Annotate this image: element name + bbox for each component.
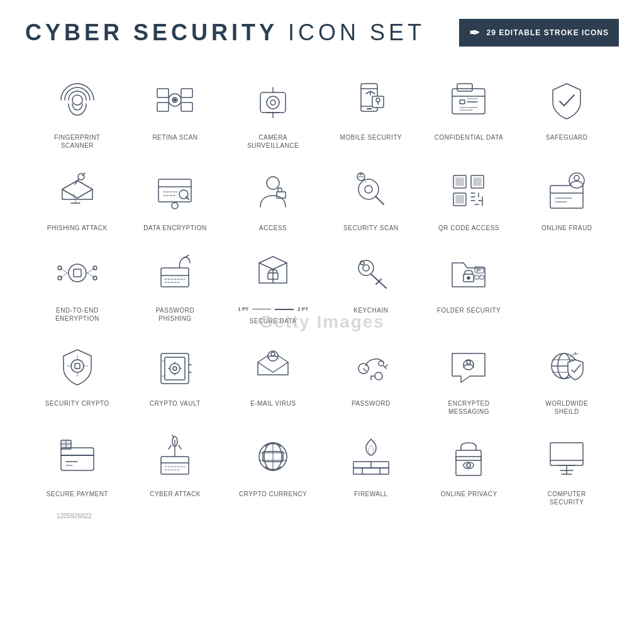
svg-rect-95 [475, 275, 479, 279]
svg-point-9 [267, 96, 279, 109]
access-icon [250, 168, 296, 213]
svg-rect-1 [157, 89, 169, 97]
svg-rect-56 [474, 178, 481, 186]
icon-label: FIREWALL [354, 490, 388, 498]
icon-box [238, 428, 308, 485]
stroke-indicator: 1 PT 2 PT [238, 306, 308, 312]
svg-rect-154 [353, 468, 389, 474]
svg-point-105 [170, 364, 180, 374]
svg-point-106 [173, 367, 177, 370]
password-icon [348, 343, 394, 389]
icon-label: KEYCHAIN [353, 306, 388, 314]
icon-item-qr-code-access: QR CODE ACCESS [423, 162, 515, 232]
icon-box [434, 338, 503, 394]
svg-point-10 [270, 100, 275, 105]
svg-rect-132 [61, 448, 94, 470]
svg-point-7 [174, 99, 176, 101]
icon-label: SECURE DATA [250, 317, 297, 325]
security-crypto-icon [55, 343, 100, 389]
icon-item-retina-scan: RETINA SCAN [130, 72, 221, 150]
icon-label: CRYPTO CURRENCY [239, 490, 307, 498]
icon-label: CYBER ATTACK [150, 490, 201, 498]
svg-rect-73 [74, 269, 81, 277]
folder-security-icon [446, 250, 491, 296]
camera-surveillance-icon [250, 77, 296, 123]
svg-point-119 [375, 372, 382, 380]
icon-label: MOBILE SECURITY [340, 133, 402, 142]
icon-label: CRYPTO VAULT [150, 399, 201, 408]
svg-rect-58 [456, 196, 464, 203]
svg-rect-158 [456, 450, 481, 475]
svg-rect-23 [457, 84, 472, 91]
crypto-vault-icon [152, 343, 197, 389]
svg-rect-66 [550, 186, 583, 208]
svg-point-92 [467, 277, 470, 279]
firewall-icon [348, 434, 394, 479]
icon-item-access: ACCESS [227, 162, 319, 232]
online-fraud-icon [544, 168, 589, 213]
icon-box [434, 245, 503, 301]
icon-label: PASSWORD PHISHING [140, 306, 209, 323]
svg-rect-159 [456, 457, 481, 460]
icon-item-encrypted-messaging: ENCRYPTED MESSAGING [423, 338, 515, 416]
icon-item-crypto-currency: CRYPTO CURRENCY [227, 428, 319, 506]
icon-label: ACCESS [259, 224, 287, 232]
icon-label: ONLINE FRAUD [541, 224, 592, 232]
icon-box [43, 428, 112, 485]
icon-box [434, 72, 503, 128]
icon-box [238, 162, 308, 219]
svg-line-40 [186, 197, 189, 199]
icon-item-folder-security: FOLDER SECURITY [423, 245, 515, 325]
icon-label: DATA ENCRYPTION [143, 224, 206, 232]
icon-label: WORLDWIDE SHEILD [532, 399, 601, 416]
svg-point-126 [467, 360, 470, 364]
svg-line-46 [375, 196, 384, 204]
icon-item-worldwide-shield: WORLDWIDE SHEILD [521, 338, 613, 416]
qr-code-access-icon [446, 168, 491, 213]
icon-label: SECURE PAYMENT [47, 490, 108, 498]
retina-scan-icon [152, 77, 197, 123]
icon-item-crypto-vault: CRYPTO VAULT [130, 338, 221, 416]
svg-line-89 [376, 282, 379, 284]
icon-item-confidential-data: CONFIDENTIAL DATA [423, 72, 515, 150]
page-title: CYBER SECURITY ICON SET [25, 19, 425, 46]
mobile-security-icon [348, 77, 394, 123]
svg-point-122 [379, 361, 384, 366]
svg-rect-3 [157, 103, 169, 111]
icon-item-secure-data: 1 PT 2 PT SECURE DATA [227, 245, 319, 325]
icon-box [336, 245, 406, 301]
icon-box [336, 428, 406, 485]
icon-box [532, 338, 601, 394]
icon-box [336, 72, 406, 128]
icon-box [140, 428, 209, 485]
icon-box [43, 245, 112, 301]
icon-label: FINGERPRINT SCANNER [43, 133, 112, 150]
icon-box [532, 162, 601, 219]
computer-security-icon [544, 434, 589, 479]
icon-item-end-to-end-encryption: END-TO-END ENERYPTION [31, 245, 123, 325]
worldwide-shield-icon [544, 343, 589, 389]
end-to-end-encryption-icon [55, 250, 100, 296]
svg-line-124 [385, 365, 387, 367]
icon-box [336, 338, 406, 394]
icon-item-security-scan: SECURITY SCAN [325, 162, 417, 232]
email-virus-icon [250, 343, 296, 389]
icon-box [140, 338, 209, 394]
icon-item-secure-payment: SECURE PAYMENT [31, 428, 123, 506]
svg-rect-102 [75, 364, 80, 369]
icon-item-keychain: KEYCHAIN [325, 245, 417, 325]
icon-label: SECURITY CRYPTO [45, 399, 109, 408]
svg-point-0 [72, 95, 82, 105]
icon-label: SECURITY SCAN [343, 224, 398, 232]
svg-line-146 [172, 435, 174, 438]
icon-box [140, 72, 209, 128]
icon-box [434, 428, 503, 485]
icon-label: CONFIDENTIAL DATA [435, 133, 503, 142]
secure-data-icon [250, 250, 296, 296]
svg-point-72 [69, 264, 86, 282]
svg-point-86 [363, 265, 369, 271]
page-wrapper: CYBER SECURITY ICON SET ✒ 29 EDITABLE ST… [0, 0, 644, 538]
icon-label: END-TO-END ENERYPTION [43, 306, 112, 323]
icon-item-phishing-attack: PHISHING ATTACK [31, 162, 123, 232]
icon-label: CAMERA SURVEILLANCE [238, 133, 308, 150]
